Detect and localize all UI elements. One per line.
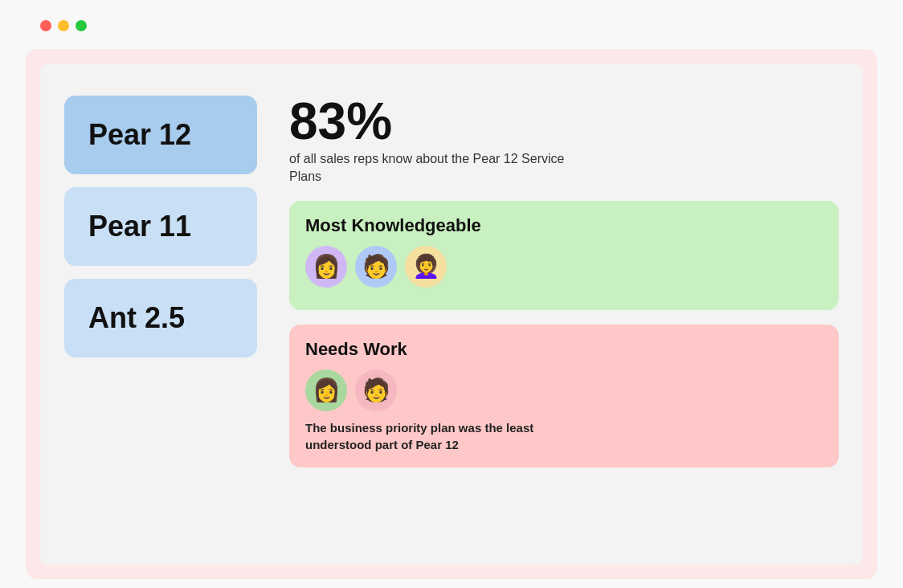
content-area: Pear 12 Pear 11 Ant 2.5 83% of all sales… [40, 63, 863, 565]
app-window: Pear 12 Pear 11 Ant 2.5 83% of all sales… [26, 49, 877, 579]
avatar-5: 🧑 [355, 370, 397, 411]
needs-work-note: The business priority plan was the least… [305, 419, 562, 453]
needs-work-avatars: 👩 🧑 [305, 370, 823, 411]
most-knowledgeable-avatars: 👩 🧑 👩‍🦱 [305, 246, 823, 288]
product-item-ant25[interactable]: Ant 2.5 [64, 279, 257, 357]
stats-section: 83% of all sales reps know about the Pea… [289, 96, 839, 186]
product-item-pear11[interactable]: Pear 11 [64, 187, 257, 266]
most-knowledgeable-card: Most Knowledgeable 👩 🧑 👩‍🦱 [289, 201, 839, 310]
most-knowledgeable-title: Most Knowledgeable [305, 215, 823, 236]
minimize-button[interactable] [58, 20, 69, 31]
avatar-3: 👩‍🦱 [405, 246, 447, 288]
product-list: Pear 12 Pear 11 Ant 2.5 [64, 96, 257, 533]
needs-work-title: Needs Work [305, 339, 823, 360]
detail-panel: 83% of all sales reps know about the Pea… [289, 96, 839, 533]
product-item-pear12[interactable]: Pear 12 [64, 96, 257, 174]
avatar-2: 🧑 [355, 246, 397, 288]
maximize-button[interactable] [76, 20, 87, 31]
product-label-pear12: Pear 12 [88, 118, 191, 151]
avatar-4: 👩 [305, 370, 347, 411]
product-label-pear11: Pear 11 [88, 210, 191, 243]
traffic-lights [40, 20, 87, 31]
avatar-1: 👩 [305, 246, 347, 288]
window-frame: Pear 12 Pear 11 Ant 2.5 83% of all sales… [26, 49, 877, 579]
product-label-ant25: Ant 2.5 [88, 301, 185, 334]
percent-value: 83% [289, 96, 839, 147]
stats-description: of all sales reps know about the Pear 12… [289, 150, 578, 186]
needs-work-card: Needs Work 👩 🧑 The business priority pla… [289, 325, 839, 468]
close-button[interactable] [40, 20, 51, 31]
